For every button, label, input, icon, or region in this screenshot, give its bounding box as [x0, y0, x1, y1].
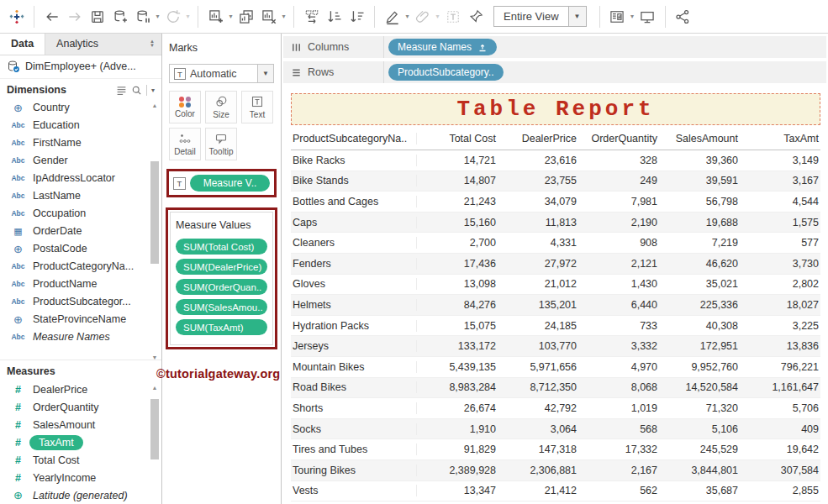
measure-field[interactable]: # Total Cost [0, 451, 161, 469]
table-row[interactable]: Caps 15,160 11,813 2,190 19,688 1,575 [291, 213, 820, 234]
table-row[interactable]: Cleaners 2,700 4,331 908 7,219 577 [291, 233, 820, 254]
duplicate-sheet-icon[interactable] [235, 5, 257, 28]
rows-pill-productsubcategory[interactable]: ProductSubcategory.. [388, 64, 504, 81]
dimension-field[interactable]: Abc Occupation [0, 205, 161, 223]
sort-icon[interactable] [477, 42, 488, 52]
column-header[interactable]: OrderQuantity [578, 133, 659, 144]
columns-shelf[interactable]: Columns Measure Names [283, 36, 826, 58]
dimension-field[interactable]: Abc Gender [0, 152, 161, 170]
tab-analytics[interactable]: Analytics [45, 34, 109, 55]
clear-sheet-caret-icon[interactable]: ▾ [280, 13, 287, 20]
color-button[interactable]: Color [169, 91, 201, 123]
share-icon[interactable] [672, 5, 694, 28]
refresh-icon[interactable] [161, 5, 184, 28]
table-row[interactable]: Jerseys 133,172 103,770 3,332 172,951 13… [291, 336, 820, 357]
measure-values-pill[interactable]: Measure V.. [190, 175, 270, 192]
table-row[interactable]: Hydration Packs 15,075 24,185 733 40,308… [291, 316, 820, 337]
dimension-field[interactable]: Abc LastName [0, 187, 161, 205]
sum-pill[interactable]: SUM(TaxAmt) [176, 319, 267, 335]
table-row[interactable]: Bottles and Cages 21,243 34,079 7,981 56… [291, 192, 820, 213]
size-button[interactable]: Size [205, 91, 237, 123]
measure-field[interactable]: # SalesAmount [0, 416, 161, 433]
fit-dropdown[interactable]: Entire View ▼ [493, 6, 587, 27]
dimension-field[interactable]: Abc Measure Names [0, 328, 161, 346]
columns-pill-measure-names[interactable]: Measure Names [388, 39, 497, 55]
scroll-down-icon[interactable]: ▼ [152, 353, 158, 363]
column-header[interactable]: Total Cost [417, 133, 498, 144]
swap-rows-columns-icon[interactable] [300, 5, 323, 28]
sum-pill[interactable]: SUM(DealerPrice) [176, 259, 267, 275]
dimension-field[interactable]: ⊕ PostalCode [0, 240, 161, 258]
dimension-field[interactable]: Abc IpAddressLocator [0, 170, 161, 187]
clear-sheet-icon[interactable] [257, 5, 280, 28]
measure-field[interactable]: # TaxAmt [0, 433, 161, 451]
table-row[interactable]: Bike Stands 14,807 23,755 249 39,591 3,1… [291, 171, 820, 192]
forward-arrow-icon[interactable] [63, 5, 86, 28]
show-cards-caret-icon[interactable]: ▾ [629, 13, 636, 20]
table-row[interactable]: Socks 1,910 3,064 568 5,106 409 [291, 419, 820, 440]
sum-pill[interactable]: SUM(SalesAmou.. [176, 299, 267, 315]
dimensions-scrollbar[interactable]: ▲ ▼ [149, 101, 161, 363]
table-row[interactable]: Mountain Bikes 5,439,135 5,971,656 4,970… [291, 357, 820, 378]
mark-type-dropdown[interactable]: T Automatic ▼ [169, 64, 274, 83]
scroll-track[interactable] [150, 111, 159, 353]
highlight-icon[interactable] [381, 5, 403, 28]
presentation-mode-icon[interactable] [636, 5, 659, 28]
sum-pill[interactable]: SUM(OrderQuan.. [176, 279, 267, 295]
pane-collapse-icon[interactable]: ▲▼ [150, 34, 161, 55]
measure-field[interactable]: # YearlyIncome [0, 469, 161, 486]
dimension-field[interactable]: ▦ OrderDate [0, 223, 161, 240]
new-worksheet-icon[interactable] [204, 5, 227, 28]
new-worksheet-caret-icon[interactable]: ▾ [227, 13, 235, 20]
column-header[interactable]: ProductSubcategoryNa.. [291, 133, 417, 144]
column-header[interactable]: SalesAmount [659, 133, 740, 144]
scroll-up-icon[interactable]: ▲ [152, 382, 158, 392]
datasource-item[interactable]: DimEmployee+ (Adve... [0, 55, 161, 80]
table-row[interactable]: Helmets 84,276 135,201 6,440 225,336 18,… [291, 295, 820, 316]
tableau-logo-icon[interactable] [5, 5, 28, 28]
table-row[interactable]: Shorts 26,674 42,792 1,019 71,320 5,706 [291, 398, 820, 419]
search-icon[interactable] [131, 85, 142, 96]
pause-updates-icon[interactable] [131, 5, 154, 28]
sum-pill[interactable]: SUM(Total Cost) [176, 239, 267, 255]
table-row[interactable]: Vests 13,347 21,412 562 35,687 2,855 [291, 481, 820, 502]
table-row[interactable]: Road Bikes 8,983,284 8,712,350 8,068 14,… [291, 378, 820, 399]
table-row[interactable]: Bike Racks 14,721 23,616 328 39,360 3,14… [291, 150, 820, 171]
view-list-icon[interactable] [116, 85, 127, 96]
table-row[interactable]: Touring Bikes 2,389,928 2,306,881 2,167 … [291, 460, 820, 481]
detail-button[interactable]: Detail [169, 128, 201, 160]
dimension-field[interactable]: Abc Education [0, 117, 161, 134]
pause-updates-caret-icon[interactable]: ▾ [154, 13, 161, 20]
measures-scrollbar[interactable]: ▲ [149, 382, 161, 504]
dimension-field[interactable]: ⊕ Country [0, 99, 161, 117]
tab-data[interactable]: Data [0, 34, 45, 55]
sort-descending-icon[interactable] [345, 5, 368, 28]
table-row[interactable]: Tires and Tubes 91,829 147,318 17,332 24… [291, 439, 820, 460]
new-datasource-icon[interactable] [108, 5, 131, 28]
save-icon[interactable] [86, 5, 108, 28]
highlight-caret-icon[interactable]: ▾ [403, 13, 411, 20]
dimension-field[interactable]: Abc FirstName [0, 134, 161, 152]
sort-ascending-icon[interactable] [323, 5, 345, 28]
scroll-track[interactable] [150, 392, 159, 504]
paperclip-icon[interactable] [411, 5, 434, 28]
dimension-field[interactable]: ⊕ StateProvinceName [0, 311, 161, 328]
show-cards-icon[interactable] [606, 5, 629, 28]
table-row[interactable]: Gloves 13,098 21,012 1,430 35,021 2,802 [291, 275, 820, 296]
scroll-up-icon[interactable]: ▲ [152, 101, 158, 111]
mark-type-caret-icon[interactable]: ▼ [257, 65, 273, 82]
text-label-icon[interactable] [441, 5, 464, 28]
measure-field[interactable]: # OrderQuantity [0, 398, 161, 416]
back-arrow-icon[interactable] [40, 5, 63, 28]
column-header[interactable]: DealerPrice [498, 133, 578, 144]
dimension-field[interactable]: Abc ProductSubcategor... [0, 293, 161, 311]
measure-field[interactable]: ⊕ Latitude (generated) [0, 486, 161, 504]
column-header[interactable]: TaxAmt [740, 133, 820, 144]
dimension-field[interactable]: Abc ProductCategoryNa... [0, 258, 161, 276]
scroll-thumb[interactable] [150, 399, 159, 459]
refresh-caret-icon[interactable]: ▾ [184, 13, 192, 20]
tooltip-button[interactable]: Tooltip [205, 128, 237, 160]
paperclip-caret-icon[interactable]: ▾ [434, 13, 441, 20]
text-button[interactable]: Text [241, 91, 273, 123]
rows-shelf[interactable]: Rows ProductSubcategory.. [283, 61, 826, 83]
